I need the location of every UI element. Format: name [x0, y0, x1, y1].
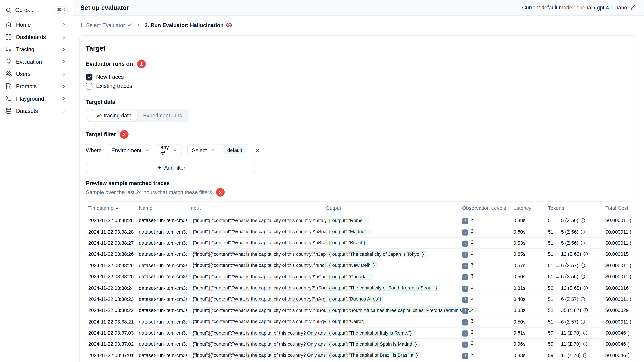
info-icon[interactable] [580, 297, 586, 302]
info-icon[interactable] [580, 274, 586, 279]
output-cell[interactable]: {"output":"Brazil"} [326, 240, 368, 246]
sidebar-item-tracing[interactable]: Tracing [0, 43, 72, 55]
chevron-right-icon [61, 71, 66, 76]
cell-observation-levels: i3 [460, 318, 511, 325]
output-cell[interactable]: {"output":"The capital of Italy is Rome.… [326, 330, 415, 336]
input-cell[interactable]: {"input":[{"content":"What is the capita… [189, 217, 337, 223]
info-icon[interactable] [583, 308, 588, 313]
input-cell[interactable]: {"input":[{"content":"What is the capita… [189, 229, 337, 235]
info-icon[interactable] [583, 252, 588, 257]
checkbox-row-new-traces[interactable]: New traces [86, 73, 631, 81]
cell-observation-levels: i3 [460, 217, 511, 224]
column-header-output[interactable]: Output [323, 205, 460, 211]
observation-level-icon: i [462, 319, 468, 325]
goto-search[interactable]: Go to... ⌘ K [5, 6, 68, 13]
cell-name: dataset-run-item-cm3s4 [136, 319, 187, 325]
sidebar-item-datasets[interactable]: Datasets [0, 105, 72, 117]
input-cell[interactable]: {"input":[{"content":"What is the capita… [189, 352, 339, 358]
column-header-name[interactable]: Name [136, 205, 187, 211]
info-icon[interactable] [580, 218, 586, 223]
output-cell[interactable]: {"output":"New Delhi"} [326, 262, 378, 268]
breadcrumb-step-select-evaluator[interactable]: 1. Select Evaluator [80, 22, 132, 28]
output-cell[interactable]: {"output":"Canada"} [326, 274, 373, 279]
input-cell[interactable]: {"input":[{"content":"What is the capita… [189, 274, 336, 279]
observation-level-icon: i [462, 241, 468, 247]
output-cell[interactable]: {"output":"The capital city of Japan is … [326, 251, 427, 257]
sidebar-item-playground[interactable]: Playground [0, 92, 72, 104]
sidebar-item-dashboards[interactable]: Dashboards [0, 31, 72, 43]
table-row[interactable]: 2024-11-22 03:37:01 dataset-run-item-cm3… [86, 350, 632, 361]
column-header-tokens[interactable]: Tokens [545, 205, 603, 211]
input-cell[interactable]: {"input":[{"content":"What is the capita… [189, 296, 338, 302]
output-cell[interactable]: {"output":"The capital of Spain is Madri… [326, 341, 420, 347]
cell-tokens: 51 → 5 (Σ 56) [545, 240, 603, 246]
output-cell[interactable]: {"output":"Cairo"} [326, 319, 368, 324]
output-cell[interactable]: {"output":"Madrid"} [326, 229, 371, 235]
info-icon[interactable] [580, 319, 586, 324]
input-cell[interactable]: {"input":[{"content":"What is the capita… [189, 307, 338, 313]
info-icon[interactable] [583, 331, 588, 336]
observation-level-icon: i [462, 297, 468, 303]
sidebar-item-prompts[interactable]: Prompts [0, 80, 72, 92]
table-row[interactable]: 2024-11-22 03:38:26 dataset-run-item-cm3… [86, 260, 632, 271]
remove-filter-button[interactable] [255, 147, 261, 153]
column-header-latency[interactable]: Latency [511, 205, 545, 211]
table-row[interactable]: 2024-11-22 03:38:24 dataset-run-item-cm3… [86, 283, 632, 294]
input-cell[interactable]: {"input":[{"content":"What is the capita… [189, 319, 337, 324]
cell-tokens: 59 → 11 (Σ 70) [545, 341, 603, 347]
sidebar-item-users[interactable]: Users [0, 68, 72, 80]
observation-level-icon: i [462, 218, 468, 224]
table-row[interactable]: 2024-11-22 03:38:28 dataset-run-item-cm3… [86, 226, 632, 238]
table-row[interactable]: 2024-11-22 03:38:23 dataset-run-item-cm3… [86, 294, 632, 305]
input-cell[interactable]: {"input":[{"content":"What is the capita… [189, 341, 339, 347]
existing-traces-checkbox[interactable] [86, 83, 92, 89]
output-cell[interactable]: {"output":"South Africa has three capita… [326, 307, 476, 313]
table-row[interactable]: 2024-11-22 03:38:28 dataset-run-item-cm3… [86, 215, 632, 226]
info-icon[interactable] [583, 286, 588, 291]
filter-operator-select[interactable]: any of [156, 144, 182, 156]
chevron-right-icon [61, 47, 66, 52]
column-header-total-cost[interactable]: Total Cost [603, 205, 632, 211]
output-cell[interactable]: {"output":"Rome"} [326, 217, 369, 223]
cell-name: dataset-run-item-cm3s4 [136, 218, 187, 223]
cell-observation-levels: i3 [460, 262, 511, 269]
input-cell[interactable]: {"input":[{"content":"What is the capita… [189, 262, 337, 268]
sidebar-item-home[interactable]: Home [0, 18, 72, 31]
table-row[interactable]: 2024-11-22 03:38:25 dataset-run-item-cm3… [86, 271, 632, 283]
input-cell[interactable]: {"input":[{"content":"What is the capita… [189, 330, 339, 336]
info-icon[interactable] [580, 229, 586, 234]
table-row[interactable]: 2024-11-22 03:38:22 dataset-run-item-cm3… [86, 305, 632, 316]
tab-experiment-runs[interactable]: Experiment runs [138, 110, 188, 121]
table-row[interactable]: 2024-11-22 03:38:26 dataset-run-item-cm3… [86, 249, 632, 260]
cell-name: dataset-run-item-cm3s4 [136, 341, 187, 347]
filter-value-chip-default[interactable]: default [224, 146, 246, 154]
column-header-timestamp[interactable]: Timestamp▼ [86, 205, 136, 211]
edit-pencil-icon[interactable] [630, 5, 636, 10]
check-icon [87, 75, 92, 79]
table-row[interactable]: 2024-11-22 03:38:27 dataset-run-item-cm3… [86, 238, 632, 249]
output-cell[interactable]: {"output":"The capital of Brazil is Bras… [326, 352, 421, 358]
column-header-observation-levels[interactable]: Observation Levels [460, 205, 511, 211]
tab-live-tracing-data[interactable]: Live tracing data [87, 110, 137, 121]
info-icon[interactable] [583, 342, 588, 347]
input-cell[interactable]: {"input":[{"content":"What is the capita… [189, 251, 338, 257]
cell-timestamp: 2024-11-22 03:38:28 [86, 229, 136, 235]
new-traces-checkbox[interactable] [86, 74, 92, 80]
info-icon[interactable] [580, 263, 586, 268]
filter-value-select[interactable]: Select default [188, 144, 250, 156]
output-cell[interactable]: {"output":"Buenos Aires"} [326, 296, 384, 302]
filter-column-select[interactable]: Environment [107, 144, 150, 156]
info-icon[interactable] [580, 241, 586, 246]
checkbox-row-existing-traces[interactable]: Existing traces [86, 82, 631, 90]
column-header-input[interactable]: Input [187, 205, 323, 211]
add-filter-button[interactable]: Add filter [86, 162, 256, 173]
table-row[interactable]: 2024-11-22 03:38:21 dataset-run-item-cm3… [86, 316, 632, 328]
info-icon[interactable] [583, 353, 588, 358]
table-row[interactable]: 2024-11-22 03:37:03 dataset-run-item-cm3… [86, 328, 632, 339]
input-cell[interactable]: {"input":[{"content":"What is the capita… [189, 240, 337, 246]
cell-observation-levels: i3 [460, 273, 511, 280]
input-cell[interactable]: {"input":[{"content":"What is the capita… [189, 285, 338, 291]
output-cell[interactable]: {"output":"The capital city of South Kor… [326, 285, 440, 291]
sidebar-item-evaluation[interactable]: Evaluation [0, 55, 72, 68]
table-row[interactable]: 2024-11-22 03:37:02 dataset-run-item-cm3… [86, 339, 632, 350]
